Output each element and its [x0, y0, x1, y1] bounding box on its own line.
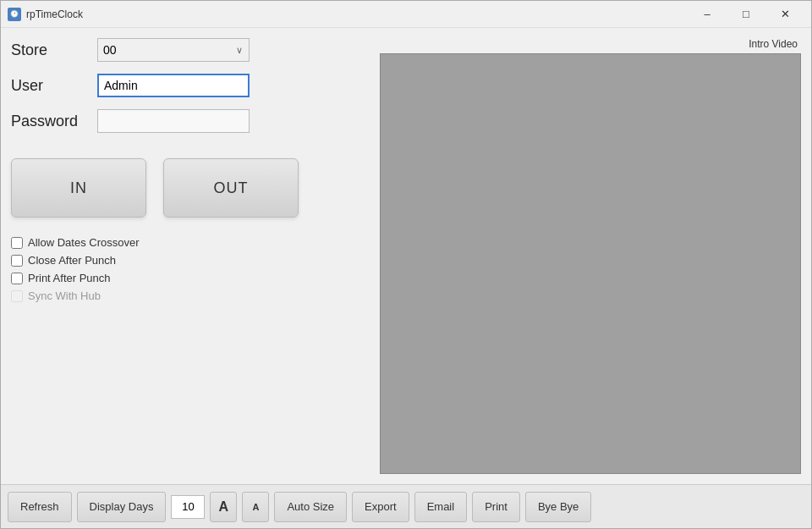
font-large-label: A — [219, 499, 229, 515]
store-select-wrapper: 00 — [97, 38, 250, 62]
app-icon: 🕐 — [8, 8, 21, 21]
in-button[interactable]: IN — [11, 158, 146, 218]
refresh-button[interactable]: Refresh — [8, 492, 72, 522]
punch-buttons-row: IN OUT — [11, 158, 366, 218]
window-controls: – □ ✕ — [688, 1, 804, 28]
close-after-label: Close After Punch — [28, 254, 116, 267]
print-after-checkbox[interactable] — [11, 273, 23, 284]
video-area — [380, 53, 801, 474]
display-days-input[interactable] — [171, 495, 205, 519]
font-large-button[interactable]: A — [210, 492, 237, 522]
close-button[interactable]: ✕ — [765, 1, 804, 28]
main-content: Store 00 User Password IN OUT — [1, 28, 811, 484]
email-button[interactable]: Email — [414, 492, 468, 522]
sync-hub-row: Sync With Hub — [11, 289, 366, 302]
bye-bye-button[interactable]: Bye Bye — [525, 492, 591, 522]
minimize-button[interactable]: – — [688, 1, 727, 28]
print-after-row: Print After Punch — [11, 272, 366, 284]
checkboxes-group: Allow Dates Crossover Close After Punch … — [11, 236, 366, 302]
store-row: Store 00 — [11, 38, 366, 62]
store-select[interactable]: 00 — [97, 38, 250, 62]
user-row: User — [11, 74, 366, 97]
close-after-checkbox[interactable] — [11, 255, 23, 267]
display-days-button[interactable]: Display Days — [77, 492, 167, 522]
allow-dates-checkbox[interactable] — [11, 237, 23, 249]
password-input[interactable] — [97, 109, 250, 133]
window-title: rpTimeClock — [26, 8, 688, 20]
left-panel: Store 00 User Password IN OUT — [11, 38, 366, 474]
titlebar: 🕐 rpTimeClock – □ ✕ — [1, 1, 811, 28]
maximize-button[interactable]: □ — [727, 1, 765, 28]
print-button[interactable]: Print — [472, 492, 520, 522]
store-label: Store — [11, 41, 87, 59]
intro-video-label: Intro Video — [380, 38, 801, 50]
export-button[interactable]: Export — [352, 492, 409, 522]
font-small-label: A — [252, 502, 259, 512]
user-label: User — [11, 77, 87, 95]
auto-size-button[interactable]: Auto Size — [274, 492, 347, 522]
close-after-row: Close After Punch — [11, 254, 366, 267]
bottom-bar: Refresh Display Days A A Auto Size Expor… — [1, 484, 811, 528]
password-row: Password — [11, 109, 366, 133]
main-window: 🕐 rpTimeClock – □ ✕ Store 00 User — [0, 0, 812, 529]
out-button[interactable]: OUT — [163, 158, 299, 218]
user-input[interactable] — [97, 74, 250, 97]
right-panel: Intro Video — [380, 38, 801, 474]
print-after-label: Print After Punch — [28, 272, 111, 284]
font-small-button[interactable]: A — [242, 492, 269, 522]
allow-dates-row: Allow Dates Crossover — [11, 236, 366, 249]
sync-hub-checkbox — [11, 290, 23, 302]
sync-hub-label: Sync With Hub — [28, 289, 101, 302]
password-label: Password — [11, 113, 87, 130]
allow-dates-label: Allow Dates Crossover — [28, 236, 140, 249]
